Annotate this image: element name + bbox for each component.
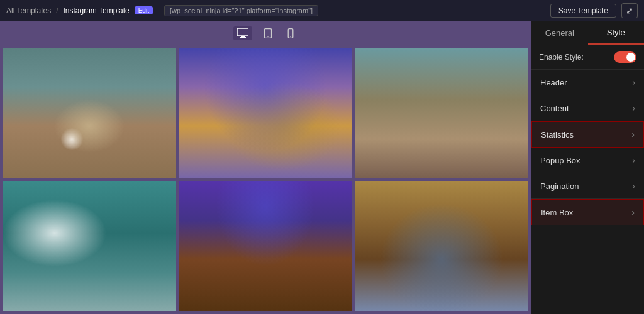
chevron-popup-icon: › bbox=[632, 155, 635, 165]
chevron-item-box-icon: › bbox=[631, 207, 635, 217]
menu-item-statistics[interactable]: Statistics › bbox=[531, 121, 644, 148]
svg-rect-0 bbox=[237, 28, 248, 36]
menu-item-pagination-label: Pagination bbox=[540, 181, 579, 191]
breadcrumb: All Templates / Instagram Template Edit … bbox=[6, 5, 318, 16]
menu-item-content-label: Content bbox=[540, 104, 569, 113]
breadcrumb-all[interactable]: All Templates bbox=[6, 6, 51, 15]
menu-item-item-box-label: Item Box bbox=[541, 208, 573, 217]
menu-item-content[interactable]: Content › bbox=[531, 95, 644, 121]
top-bar: All Templates / Instagram Template Edit … bbox=[0, 0, 644, 21]
svg-point-4 bbox=[267, 36, 268, 37]
chevron-header-icon: › bbox=[632, 77, 635, 87]
tablet-icon bbox=[264, 28, 272, 38]
tablet-view-button[interactable] bbox=[260, 26, 276, 40]
grid-image-6 bbox=[355, 181, 528, 311]
top-right-actions: Save Template ⤢ bbox=[550, 3, 638, 18]
desktop-view-button[interactable] bbox=[233, 26, 252, 40]
desktop-icon bbox=[237, 28, 248, 38]
menu-item-item-box[interactable]: Item Box › bbox=[531, 199, 644, 225]
svg-point-6 bbox=[290, 36, 291, 37]
menu-item-header[interactable]: Header › bbox=[531, 70, 644, 95]
menu-item-statistics-label: Statistics bbox=[541, 130, 574, 139]
content-area bbox=[0, 21, 531, 314]
breadcrumb-separator: / bbox=[56, 6, 58, 15]
menu-item-popup-box[interactable]: Popup Box › bbox=[531, 148, 644, 173]
fullscreen-icon: ⤢ bbox=[626, 6, 633, 16]
image-grid bbox=[0, 45, 531, 314]
device-selector bbox=[0, 21, 531, 45]
template-name: Instagram Template bbox=[64, 6, 130, 15]
svg-rect-1 bbox=[241, 36, 245, 37]
grid-image-2 bbox=[179, 48, 352, 178]
grid-image-4 bbox=[3, 181, 176, 311]
enable-style-label: Enable Style: bbox=[539, 53, 584, 62]
grid-image-5 bbox=[179, 181, 352, 311]
chevron-content-icon: › bbox=[632, 103, 635, 113]
enable-style-row: Enable Style: bbox=[531, 45, 644, 70]
chevron-statistics-icon: › bbox=[631, 129, 635, 139]
mobile-icon bbox=[287, 28, 294, 38]
menu-item-header-label: Header bbox=[540, 78, 567, 87]
svg-rect-2 bbox=[240, 37, 246, 38]
menu-item-popup-box-label: Popup Box bbox=[540, 156, 580, 165]
grid-image-1 bbox=[3, 48, 176, 178]
mobile-view-button[interactable] bbox=[284, 26, 297, 40]
main-layout: General Style Enable Style: Header › Con… bbox=[0, 21, 644, 314]
edit-badge[interactable]: Edit bbox=[135, 6, 153, 14]
fullscreen-button[interactable]: ⤢ bbox=[621, 3, 638, 18]
panel-tabs: General Style bbox=[531, 21, 644, 45]
enable-style-toggle[interactable] bbox=[614, 51, 636, 63]
tab-general[interactable]: General bbox=[531, 21, 588, 45]
grid-image-3 bbox=[355, 48, 528, 178]
menu-item-pagination[interactable]: Pagination › bbox=[531, 173, 644, 199]
panel-menu: Header › Content › Statistics › Popup Bo… bbox=[531, 70, 644, 314]
right-panel: General Style Enable Style: Header › Con… bbox=[531, 21, 644, 314]
shortcode-display: [wp_social_ninja id="21" platform="insta… bbox=[164, 5, 318, 16]
save-template-button[interactable]: Save Template bbox=[550, 4, 616, 18]
tab-style[interactable]: Style bbox=[588, 21, 645, 45]
chevron-pagination-icon: › bbox=[632, 181, 635, 191]
